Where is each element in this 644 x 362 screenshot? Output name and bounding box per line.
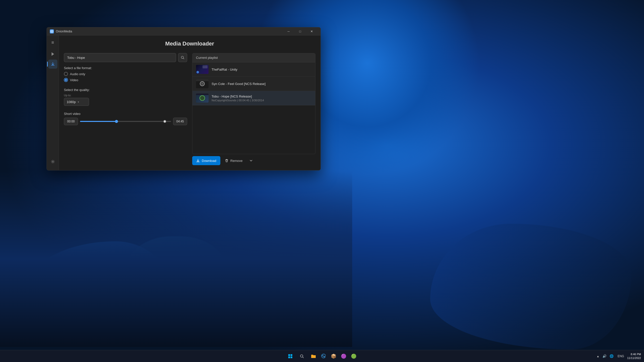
short-video-section: Short video 00:00 04:45 [64, 112, 187, 125]
close-button[interactable]: ✕ [306, 27, 317, 35]
remove-button[interactable]: Remove [221, 156, 246, 165]
edge-icon [321, 354, 326, 359]
svg-rect-8 [291, 356, 292, 358]
playlist-thumbnail [196, 94, 209, 103]
format-video-option[interactable]: Video [64, 78, 187, 82]
download-button[interactable]: Download [192, 156, 220, 165]
format-section: Select a file format: Audio only Video [64, 66, 187, 82]
taskbar-search-button[interactable] [296, 352, 308, 361]
download-icon [196, 159, 200, 162]
wallpaper-blob-2 [430, 224, 631, 349]
wallpaper-blob-1 [25, 241, 176, 342]
tray-volume[interactable]: 🌐 [609, 353, 615, 359]
audio-radio-label: Audio only [70, 72, 85, 76]
playlist-item-title: Syn Cole - Feel Good [NCS Release] [212, 82, 312, 86]
sidebar-settings-button[interactable] [48, 157, 57, 166]
playlist-thumbnail [196, 65, 209, 74]
start-button[interactable] [286, 352, 295, 361]
trash-icon [225, 159, 228, 162]
slider-thumb-start[interactable] [115, 120, 118, 123]
quality-label: Select the quality: [64, 88, 187, 92]
maximize-button[interactable]: □ [294, 27, 306, 35]
svg-point-1 [51, 31, 52, 32]
time-range: 00:00 04:45 [64, 118, 187, 125]
svg-rect-5 [288, 354, 290, 356]
content-area: Select a file format: Audio only Video [64, 53, 315, 165]
playlist-item-info: Tobu - Hope [NCS Release] NoCopyrightSou… [212, 95, 312, 102]
taskbar-clock[interactable]: 8:46 PM 11/11/2022 [627, 352, 641, 360]
end-time: 04:45 [173, 118, 187, 125]
video-radio-label: Video [70, 78, 78, 82]
remove-label: Remove [230, 159, 243, 163]
playlist-item-title: Tobu - Hope [NCS Release] [212, 95, 312, 98]
action-bar: Download Remove [192, 156, 315, 165]
playlist-item-title: TheFatRat - Unity [212, 68, 312, 71]
playlist-item[interactable]: TheFatRat - Unity [192, 62, 315, 77]
search-button[interactable] [178, 53, 187, 62]
short-video-label: Short video [64, 112, 187, 116]
wallpaper-blob-3 [126, 236, 226, 312]
taskbar-app1[interactable]: 📦 [329, 352, 338, 361]
app-window: OnionMedia ─ □ ✕ ≡ [47, 27, 321, 170]
audio-radio-circle[interactable] [64, 72, 68, 76]
taskbar-lang: ENG [618, 354, 624, 358]
title-bar: OnionMedia ─ □ ✕ [47, 27, 320, 35]
svg-marker-2 [52, 52, 54, 56]
chevron-down-icon [249, 159, 253, 162]
slider-thumb-end[interactable] [163, 120, 166, 123]
quality-section: Select the quality: Up to: 1080p ▾ [64, 88, 187, 106]
quality-value: 1080p [67, 100, 76, 104]
search-input[interactable] [64, 53, 176, 62]
sidebar: ≡ [47, 35, 59, 170]
search-icon [300, 354, 304, 358]
quality-dropdown[interactable]: 1080p ▾ [64, 98, 89, 106]
video-radio-circle[interactable] [64, 78, 68, 82]
slider-track [80, 121, 171, 122]
chevron-down-icon: ▾ [78, 101, 86, 103]
taskbar-right: ▲ 🔊 🌐 ENG 8:46 PM 11/11/2022 [591, 352, 641, 360]
window-title: OnionMedia [56, 30, 283, 33]
taskbar-center: 📦 🟣 🟢 [53, 352, 591, 361]
format-label: Select a file format: [64, 66, 187, 70]
minimize-button[interactable]: ─ [283, 27, 294, 35]
playlist-container: Current playlist [192, 53, 315, 154]
up-to-label: Up to: [64, 94, 187, 97]
sidebar-item-downloader[interactable] [48, 60, 57, 69]
svg-rect-6 [291, 354, 292, 356]
taskbar-app3[interactable]: 🟢 [349, 352, 358, 361]
slider-fill [80, 121, 116, 122]
app-icon [50, 29, 54, 33]
playlist-item[interactable]: Tobu - Hope [NCS Release] NoCopyrightSou… [192, 91, 315, 105]
download-label: Download [202, 159, 216, 163]
search-bar [64, 53, 187, 62]
window-controls: ─ □ ✕ [283, 27, 317, 35]
main-content: Media Downloader [59, 35, 320, 170]
more-options-button[interactable] [247, 156, 255, 165]
system-tray: ▲ 🔊 🌐 [595, 353, 615, 359]
playlist-items: TheFatRat - Unity [192, 62, 315, 105]
svg-point-3 [52, 161, 53, 162]
sidebar-menu-button[interactable]: ≡ [48, 38, 57, 47]
taskbar-edge[interactable] [319, 352, 328, 361]
page-title: Media Downloader [64, 40, 315, 47]
tray-arrow[interactable]: ▲ [595, 354, 600, 359]
format-audio-option[interactable]: Audio only [64, 72, 187, 76]
taskbar-date: 11/11/2022 [627, 356, 641, 360]
folder-icon [311, 354, 316, 358]
sidebar-item-player[interactable] [48, 50, 57, 59]
taskbar-app2[interactable]: 🟣 [339, 352, 348, 361]
playlist-item[interactable]: Syn Cole - Feel Good [NCS Release] [192, 77, 315, 91]
taskbar-time: 8:46 PM [627, 352, 641, 356]
playlist-item-meta: NoCopyrightSounds | 00:04:45 | 3/30/2014 [212, 99, 312, 102]
taskbar-file-explorer[interactable] [309, 352, 318, 361]
svg-rect-7 [288, 356, 290, 358]
playlist-header: Current playlist [192, 53, 315, 62]
app-body: ≡ Media Downloader [47, 35, 320, 170]
playlist-item-info: Syn Cole - Feel Good [NCS Release] [212, 82, 312, 86]
start-time: 00:00 [64, 118, 78, 125]
time-slider[interactable] [80, 119, 171, 124]
windows-icon [288, 354, 293, 358]
tray-network[interactable]: 🔊 [601, 353, 608, 359]
taskbar: 📦 🟣 🟢 ▲ 🔊 🌐 ENG 8:46 PM 11/11/2022 [0, 350, 644, 362]
left-panel: Select a file format: Audio only Video [64, 53, 187, 165]
